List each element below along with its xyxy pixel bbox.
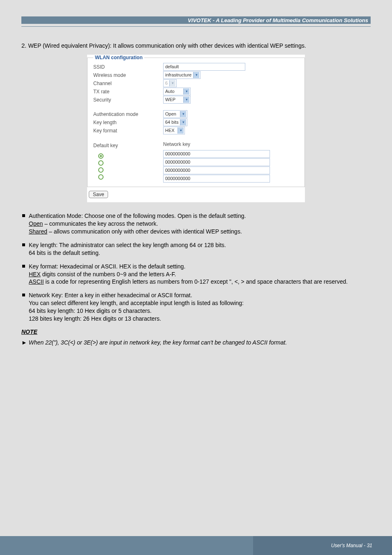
key1-wrap: 0000000000 (163, 150, 299, 158)
authmode-label: Authentication mode (93, 111, 163, 118)
chevron-down-icon: ▾ (169, 80, 175, 86)
networkkey-header: Network key (163, 141, 299, 150)
bullet-list: Authentication Mode: Choose one of the f… (21, 212, 371, 323)
hex-label: HEX (29, 271, 41, 278)
netkey-line2: You can select different key length, and… (29, 300, 244, 306)
txrate-label: TX rate (93, 88, 163, 95)
page: VIVOTEK - A Leading Provider of Multimed… (0, 0, 392, 555)
header-title: VIVOTEK - A Leading Provider of Multimed… (188, 17, 368, 23)
wlan-form: SSID default Wireless mode infrastructur… (93, 63, 299, 183)
network-key-input-3[interactable]: 0000000000 (163, 166, 270, 174)
intro-number: 2. (21, 42, 27, 49)
open-desc: – communicates the key across the networ… (43, 220, 158, 227)
channel-label: Channel (93, 80, 163, 87)
footer-left (0, 536, 253, 555)
default-key-radio-4[interactable] (98, 174, 104, 180)
bullet-keylen: Key length: The administrator can select… (29, 241, 371, 257)
save-button[interactable]: Save (89, 191, 108, 198)
content: 2. WEP (Wired equivalent Privacy): It al… (21, 42, 371, 346)
keylen-line2: 64 bits is the default setting. (29, 250, 100, 256)
note-text: When 22("), 3C(<) or 3E(>) are input in … (29, 339, 287, 346)
network-key-input-2[interactable]: 0000000000 (163, 158, 270, 166)
wlan-legend: WLAN configuration (93, 55, 144, 60)
keyformat-select[interactable]: HEX ▾ (163, 127, 185, 134)
footer: User's Manual - 31 (0, 536, 392, 555)
default-key-radio-2[interactable] (98, 160, 104, 166)
ssid-label: SSID (93, 64, 163, 70)
channel-select: 6 ▾ (163, 79, 177, 87)
key4-wrap: 0000000000 (163, 175, 299, 183)
keylength-select[interactable]: 64 bits ▾ (163, 118, 187, 126)
key3-wrap: 0000000000 (163, 166, 299, 174)
defaultkey-label: Default key (93, 142, 163, 149)
default-key-radio-1[interactable] (98, 153, 104, 159)
keylength-value: 64 bits (165, 119, 178, 126)
keyformat-label: Key format (93, 127, 163, 134)
hex-desc: digits consist of the numbers 0~9 and th… (41, 271, 176, 278)
security-value: WEP (165, 96, 182, 103)
wlan-fieldset: WLAN configuration SSID default Wireless… (87, 55, 305, 187)
ascii-label: ASCII (29, 278, 44, 285)
note-heading: NOTE (21, 328, 371, 335)
network-key-input-1[interactable]: 0000000000 (163, 150, 270, 158)
keylength-label: Key length (93, 119, 163, 126)
ssid-input-wrap: default (163, 63, 299, 71)
keyfmt-line1: Key format: Hexadecimal or ASCII. HEX is… (29, 263, 185, 270)
note-arrow-icon: ► (21, 339, 27, 346)
wlan-config-panel: WLAN configuration SSID default Wireless… (87, 55, 305, 202)
chevron-down-icon: ▾ (183, 97, 189, 103)
wireless-mode-value: infrastructure (165, 72, 191, 79)
keyformat-value: HEX (165, 127, 176, 134)
note-body: ► When 22("), 3C(<) or 3E(>) are input i… (21, 339, 371, 346)
page-number: User's Manual - 31 (331, 543, 372, 548)
netkey-line3: 64 bits key length: 10 Hex digits or 5 c… (29, 308, 152, 314)
default-key-radios (93, 153, 163, 180)
txrate-value: Auto (165, 88, 182, 95)
chevron-down-icon: ▾ (180, 111, 186, 117)
txrate-wrap: Auto ▾ (163, 88, 299, 95)
keyformat-wrap: HEX ▾ (163, 127, 299, 134)
bullet-keyfmt: Key format: Hexadecimal or ASCII. HEX is… (29, 263, 371, 286)
keylength-wrap: 64 bits ▾ (163, 118, 299, 126)
security-select[interactable]: WEP ▾ (163, 96, 191, 104)
shared-desc: – allows communication only with other d… (47, 228, 242, 235)
txrate-select[interactable]: Auto ▾ (163, 88, 191, 95)
security-wrap: WEP ▾ (163, 96, 299, 104)
authmode-wrap: Open ▾ (163, 110, 299, 118)
wireless-mode-wrap: infrastructure ▾ (163, 71, 299, 79)
open-label: Open (29, 220, 43, 227)
header-divider (21, 26, 371, 27)
chevron-down-icon: ▾ (183, 88, 189, 95)
authmode-value: Open (165, 111, 178, 118)
ascii-desc: is a code for representing English lette… (44, 278, 348, 285)
intro-text: WEP (Wired equivalent Privacy): It allow… (28, 42, 306, 49)
chevron-down-icon: ▾ (193, 72, 199, 78)
wireless-mode-select[interactable]: infrastructure ▾ (163, 71, 201, 79)
channel-wrap: 6 ▾ (163, 79, 299, 87)
security-label: Security (93, 97, 163, 103)
keylen-line1: Key length: The administrator can select… (29, 242, 226, 248)
network-key-input-4[interactable]: 0000000000 (163, 175, 270, 183)
save-wrap: Save (87, 190, 305, 198)
netkey-line1: Network Key: Enter a key in either hexad… (29, 292, 192, 298)
footer-right: User's Manual - 31 (253, 536, 392, 555)
intro-paragraph: 2. WEP (Wired equivalent Privacy): It al… (21, 42, 371, 50)
netkey-line4: 128 bites key length: 26 Hex digits or 1… (29, 315, 161, 322)
key2-wrap: 0000000000 (163, 158, 299, 166)
chevron-down-icon: ▾ (180, 119, 186, 125)
bullet-netkey: Network Key: Enter a key in either hexad… (29, 291, 371, 323)
header-strip: VIVOTEK - A Leading Provider of Multimed… (21, 16, 371, 24)
default-key-radio-3[interactable] (98, 167, 104, 173)
shared-label: Shared (29, 228, 47, 235)
bullet-auth-lead: Authentication Mode: Choose one of the f… (29, 213, 246, 219)
chevron-down-icon: ▾ (178, 127, 184, 134)
channel-value: 6 (165, 80, 168, 87)
ssid-input[interactable]: default (163, 63, 245, 71)
authmode-select[interactable]: Open ▾ (163, 110, 187, 118)
bullet-auth: Authentication Mode: Choose one of the f… (29, 212, 371, 236)
wireless-mode-label: Wireless mode (93, 72, 163, 79)
